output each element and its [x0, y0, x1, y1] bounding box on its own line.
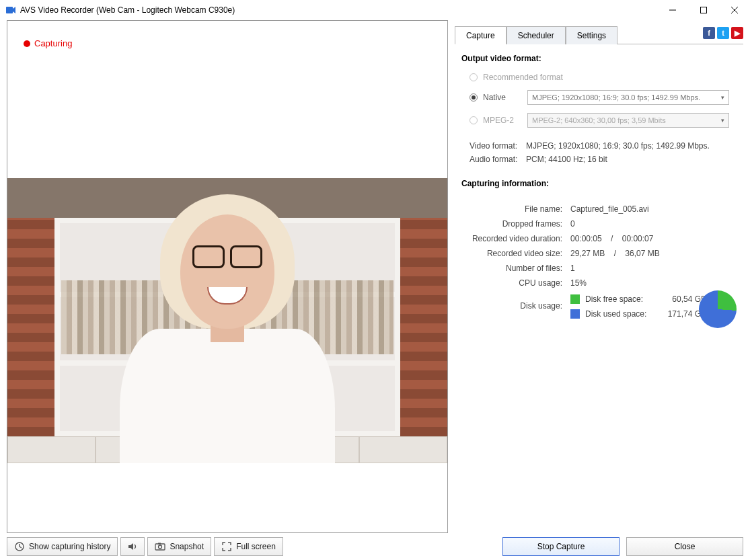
disk-used-label: Disk used space:: [585, 309, 659, 319]
dropped-value: 0: [570, 219, 575, 229]
capturing-indicator: Capturing: [24, 38, 72, 48]
record-dot-icon: [24, 40, 30, 47]
combo-native[interactable]: MJPEG; 1920x1080; 16:9; 30.0 fps; 1492.9…: [527, 90, 729, 105]
disk-label: Disk usage:: [461, 301, 562, 311]
dropped-label: Dropped frames:: [461, 219, 562, 229]
show-history-button[interactable]: Show capturing history: [7, 537, 118, 556]
bottom-toolbar: Show capturing history Snapshot Full scr…: [7, 537, 743, 556]
video-preview: [7, 21, 447, 532]
cpu-label: CPU usage:: [461, 278, 562, 288]
disk-free-label: Disk free space:: [585, 294, 659, 304]
disk-usage-pie-icon: [699, 290, 737, 328]
close-label: Close: [675, 542, 696, 551]
capturing-label: Capturing: [34, 38, 72, 48]
twitter-icon[interactable]: t: [717, 27, 729, 39]
audio-format-label: Audio format:: [470, 155, 526, 164]
size-value: 29,27 MB / 36,07 MB: [570, 249, 660, 258]
stop-capture-label: Stop Capture: [537, 542, 585, 551]
stop-capture-button[interactable]: Stop Capture: [502, 537, 620, 556]
svg-rect-2: [701, 7, 707, 13]
radio-recommended-label: Recommended format: [483, 73, 563, 82]
tab-settings[interactable]: Settings: [566, 26, 617, 44]
facebook-icon[interactable]: f: [703, 27, 715, 39]
minimize-button[interactable]: [657, 0, 688, 20]
swatch-used-icon: [570, 309, 580, 319]
fullscreen-button[interactable]: Full screen: [214, 537, 283, 556]
close-window-button[interactable]: [719, 0, 750, 20]
speaker-icon: [127, 541, 138, 552]
combo-mpeg2[interactable]: MPEG-2; 640x360; 30,00 fps; 3,59 Mbits ▾: [527, 113, 729, 128]
video-format-value: MJPEG; 1920x1080; 16:9; 30.0 fps; 1492.9…: [526, 141, 710, 151]
svg-rect-6: [155, 544, 165, 550]
audio-button[interactable]: [120, 537, 145, 556]
history-icon: [14, 541, 25, 552]
tabs: Capture Scheduler Settings: [455, 26, 743, 44]
camera-icon: [155, 541, 165, 552]
radio-mpeg2-label: MPEG-2: [483, 116, 519, 125]
output-format-header: Output video format:: [461, 54, 743, 63]
radio-native-label: Native: [483, 93, 519, 102]
maximize-button[interactable]: [688, 0, 719, 20]
size-label: Recorded video size:: [461, 249, 562, 258]
filename-label: File name:: [461, 204, 562, 214]
svg-rect-0: [6, 7, 13, 13]
svg-rect-8: [158, 543, 161, 545]
snapshot-button[interactable]: Snapshot: [147, 537, 211, 556]
duration-value: 00:00:05 / 00:00:07: [570, 234, 653, 243]
radio-native[interactable]: [470, 93, 478, 102]
social-icons: f t ▶: [703, 27, 743, 39]
chevron-down-icon: ▾: [721, 94, 724, 101]
window-controls: [657, 0, 750, 20]
tab-capture[interactable]: Capture: [455, 26, 507, 44]
capture-info-header: Capturing information:: [461, 179, 743, 188]
close-button[interactable]: Close: [626, 537, 743, 556]
disk-free-value: 60,54 GB: [659, 294, 706, 304]
radio-mpeg2[interactable]: [470, 116, 478, 124]
titlebar: AVS Video Recorder (Web Cam - Logitech W…: [0, 0, 750, 20]
youtube-icon[interactable]: ▶: [731, 27, 743, 39]
numfiles-label: Number of files:: [461, 264, 562, 273]
tab-scheduler[interactable]: Scheduler: [507, 26, 566, 44]
svg-point-7: [159, 545, 162, 549]
snapshot-label: Snapshot: [170, 542, 204, 551]
app-icon: [5, 5, 16, 15]
radio-recommended[interactable]: [470, 73, 478, 81]
video-format-label: Video format:: [470, 141, 526, 151]
duration-label: Recorded video duration:: [461, 234, 562, 243]
window-title: AVS Video Recorder (Web Cam - Logitech W…: [20, 5, 235, 15]
capture-panel: Output video format: Recommended format …: [455, 44, 743, 319]
chevron-down-icon: ▾: [721, 117, 724, 124]
fullscreen-label: Full screen: [236, 542, 276, 551]
swatch-free-icon: [570, 294, 580, 304]
history-label: Show capturing history: [29, 542, 110, 551]
settings-pane: f t ▶ Capture Scheduler Settings Output …: [455, 20, 743, 533]
numfiles-value: 1: [570, 264, 575, 273]
fullscreen-icon: [221, 541, 232, 552]
audio-format-value: PCM; 44100 Hz; 16 bit: [526, 155, 607, 164]
video-preview-pane: Capturing: [7, 20, 448, 533]
filename-value: Captured_file_005.avi: [570, 204, 649, 214]
cpu-value: 15%: [570, 278, 587, 288]
